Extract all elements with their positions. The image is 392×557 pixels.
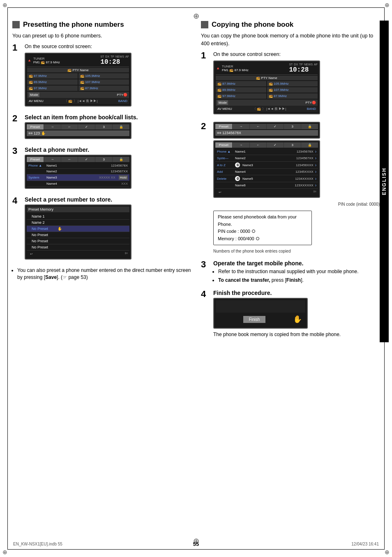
english-text: ENGLISH xyxy=(381,167,387,195)
reg-mark-bl: ⊕ xyxy=(2,549,8,555)
right-step-4: 4 Finish the procedure. Finish ✋ The pho… xyxy=(201,290,380,338)
right-step-4-number: 4 xyxy=(201,290,210,299)
english-sidebar: ENGLISH xyxy=(380,21,389,342)
right-section-title: Copying the phone book xyxy=(212,21,293,29)
right-step-4-content: Finish the procedure. Finish ✋ The phone… xyxy=(213,290,380,338)
page-border-left xyxy=(7,7,8,550)
left-step-3-label: Select a phone number. xyxy=(25,146,191,153)
pls-tabs-3: Preset → ← ✓ 3 🔒 xyxy=(27,157,129,162)
ds-avmenu: AV MENU 〈 📻 〉 |◄◄ 奏 ▶▶| BAND xyxy=(27,98,129,104)
left-screen-3: Preset → ← ✓ 3 🔒 Phone ▲ Name1 12345678X xyxy=(25,155,131,189)
bottom-info-bar: EN_KW-NSX1[EU].indb 55 12/04/23 16:41 xyxy=(13,542,379,546)
left-note: You can also preset a phone number enter… xyxy=(12,267,191,281)
ds-cell-5: 📻97.9MHz xyxy=(27,86,78,91)
ps-row-1: Name 1 xyxy=(27,214,129,220)
tuner-icon: 🔺 xyxy=(27,58,32,63)
phone-row-2: Name2 1234567XX xyxy=(27,169,129,174)
left-step-4-number: 4 xyxy=(12,196,21,205)
left-step-1-label: On the source control screen: xyxy=(25,43,191,51)
right-section-description: You can copy the phone book memory of a … xyxy=(201,32,380,48)
ps-row-2: Name 2 xyxy=(27,220,129,226)
reg-mark-tl: ⊕ xyxy=(2,2,8,8)
right-step-1: 1 On the source control screen: 🔺 TUNER … xyxy=(201,51,380,118)
ds-tuner-label: TUNER xyxy=(33,57,60,60)
numbers-caption: Numbers of the phone book entries copied xyxy=(213,249,380,253)
left-step-3: 3 Select a phone number. Preset → ← ✓ 3 … xyxy=(12,146,191,192)
ps-row-4: No Preset xyxy=(27,232,129,238)
left-section-title: Presetting the phone numbers xyxy=(23,21,124,29)
left-section-box-icon xyxy=(12,21,20,28)
phone-row-3: System Name3 XXXXX XX Hold xyxy=(27,174,129,181)
ps-row-3: No Preset ✋ xyxy=(27,226,129,232)
left-step-4-label: Select a preset number to store. xyxy=(25,196,191,203)
file-info: EN_KW-NSX1[EU].indb 55 xyxy=(13,542,62,546)
left-section-header: Presetting the phone numbers xyxy=(12,21,191,29)
ds-header-1: 🔺 TUNER FM1 📻 87.9 MHz STDXTPNEWSAF xyxy=(27,55,129,67)
right-step-2: 2 Preset → ← ✓ 3 🔒 ≡≡ 12345678X xyxy=(201,122,380,256)
ds-cell-1: 📻87.9MHz xyxy=(27,73,78,79)
ds-tuner-1: 🔺 TUNER FM1 📻 87.9 MHz xyxy=(27,57,60,64)
pls-tabs-2: Preset → ← ✓ 3 🔒 xyxy=(27,124,129,130)
reg-mark-br: ⊕ xyxy=(384,549,390,555)
right-phone-row-2: Syste— Name2 1234567XX › xyxy=(215,155,318,162)
pin-code-callout xyxy=(252,230,255,233)
finish-caption: The phone book memory is copied from the… xyxy=(213,331,380,338)
right-step-3-bullets: Refer to the instruction manual supplied… xyxy=(213,268,380,284)
ds-cell-4: 📻107.9MHz xyxy=(78,79,129,85)
right-ds-tuner: 🔺 TUNER FM1 📻 87.9 MHz xyxy=(216,65,249,72)
left-screen-1: 🔺 TUNER FM1 📻 87.9 MHz STDXTPNEWSAF xyxy=(25,53,131,107)
ds-grid: 📻87.9MHz 📻105.9MHz 📻89.9MHz 📻107.9MHz 📻9… xyxy=(27,73,129,91)
right-phone-row-3: A to Z ① Name3 123456XXX › xyxy=(215,162,318,169)
left-step-2-label: Select an item from phone book/call list… xyxy=(25,114,191,121)
left-step-2-number: 2 xyxy=(12,114,21,123)
two-columns: Presetting the phone numbers You can pre… xyxy=(12,21,380,342)
ps-row-6: No Preset xyxy=(27,244,129,251)
page-border-top xyxy=(7,7,385,8)
left-note-item: You can also preset a phone number enter… xyxy=(17,267,191,281)
phone-row-4: Name4 XXX xyxy=(27,181,129,187)
right-step-1-content: On the source control screen: 🔺 TUNER FM… xyxy=(213,51,380,118)
pin-screen: Please send phonebook data from yourPhon… xyxy=(213,211,312,245)
right-screen-2-main: Preset → ← ✓ 3 🔒 Phone ▲ Name1 12345678X… xyxy=(213,140,320,198)
left-column: Presetting the phone numbers You can pre… xyxy=(12,21,191,342)
right-step-1-label: On the source control screen: xyxy=(213,51,380,58)
left-screen-4: Preset Memory Name 1 Name 2 No Preset ✋ … xyxy=(25,204,131,260)
phone-row-1: Phone ▲ Name1 12345678X xyxy=(27,163,129,169)
right-pls-input-top: ≡≡ 12345678X xyxy=(215,130,318,136)
left-step-3-number: 3 xyxy=(12,146,21,155)
right-step-3-label: Operate the target mobile phone. xyxy=(213,260,380,267)
right-step-3-content: Operate the target mobile phone. Refer t… xyxy=(213,260,380,285)
pls-input-2: ≡≡ 123 ✋ xyxy=(27,130,129,136)
finish-screen: Finish ✋ xyxy=(213,298,308,329)
ds-time-1: 10:28 xyxy=(100,58,129,66)
page-content: Presetting the phone numbers You can pre… xyxy=(12,16,380,541)
ds-pty-btn: PTY🔴 xyxy=(117,93,127,97)
right-tuner-icon: 🔺 xyxy=(216,66,220,70)
page-border-bottom xyxy=(7,549,385,550)
ds-pty: 📻 PTY Name xyxy=(27,68,129,72)
left-step-2: 2 Select an item from phone book/call li… xyxy=(12,114,191,142)
right-phone-row-6: Name6 123XXXXXX › xyxy=(215,182,318,189)
left-step-3-content: Select a phone number. Preset → ← ✓ 3 🔒 … xyxy=(25,146,191,192)
left-step-1-number: 1 xyxy=(12,43,21,52)
left-section-description: You can preset up to 6 phone numbers. xyxy=(12,32,191,40)
right-step-2-number: 2 xyxy=(201,122,210,131)
ps-row-5: No Preset xyxy=(27,238,129,244)
ds-cell-2: 📻105.9MHz xyxy=(78,73,129,79)
right-step-3: 3 Operate the target mobile phone. Refer… xyxy=(201,260,380,285)
finish-button[interactable]: Finish xyxy=(243,316,266,323)
ds-cell-3: 📻89.9MHz xyxy=(27,79,78,85)
ds-freq: FM1 📻 87.9 MHz xyxy=(33,60,60,64)
right-section-box-icon xyxy=(201,21,208,28)
ps-footer: ↩ I= xyxy=(27,251,129,258)
date-info: 12/04/23 16:41 xyxy=(351,542,379,546)
finish-hand-icon: ✋ xyxy=(293,315,302,324)
right-step-4-label: Finish the procedure. xyxy=(213,290,380,296)
ps-title: Preset Memory xyxy=(27,207,129,212)
right-step-1-number: 1 xyxy=(201,51,210,60)
left-step-1-content: On the source control screen: 🔺 TUNER FM… xyxy=(25,43,191,110)
right-screen-1: 🔺 TUNER FM1 📻 87.9 MHz STDXTPNEWSAF xyxy=(213,60,320,114)
left-screen-2: Preset → ← ✓ 3 🔒 ≡≡ 123 ✋ xyxy=(25,122,131,139)
right-screen-2-top: Preset → ← ✓ 3 🔒 ≡≡ 12345678X xyxy=(213,122,320,139)
ds-bottom-bar: Mode PTY🔴 xyxy=(27,92,129,98)
